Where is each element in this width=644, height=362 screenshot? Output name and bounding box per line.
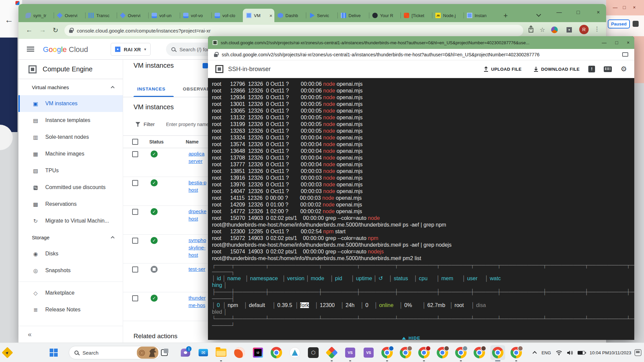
sidebar-item-marketplace[interactable]: ◇Marketplace: [18, 285, 123, 301]
taskbar-app-android-studio[interactable]: [287, 345, 303, 360]
taskbar-app-visual-studio[interactable]: VS: [342, 345, 358, 360]
maximize-icon[interactable]: □: [615, 40, 618, 45]
row-checkbox[interactable]: [132, 266, 138, 273]
paused-badge[interactable]: Paused: [608, 19, 630, 28]
minimize-icon[interactable]: —: [556, 9, 562, 15]
sidebar-item-committed-use-discounts[interactable]: %Committed use discounts: [18, 179, 123, 196]
sidebar-item-snapshots[interactable]: ◎Snapshots: [18, 262, 123, 279]
gear-icon[interactable]: ⚙: [621, 66, 627, 73]
taskbar-app-unity[interactable]: ⬡: [306, 345, 321, 360]
sidebar-item-migrate-to-virtual-machin[interactable]: ↻Migrate to Virtual Machin...: [18, 213, 123, 229]
mail-button[interactable]: ✉: [197, 343, 209, 362]
taskbar-app-chrome-profile-globe[interactable]: [379, 345, 395, 360]
wifi-icon[interactable]: [556, 350, 562, 355]
desktop-peek-icon[interactable]: [1, 343, 13, 362]
taskbar-search-input[interactable]: Search: [69, 346, 161, 359]
instance-link[interactable]: drpecke: [189, 208, 206, 214]
teams-chat-button[interactable]: 1: [179, 343, 192, 362]
sidebar-item-tpus[interactable]: ▧TPUs: [18, 162, 123, 179]
volume-icon[interactable]: [567, 350, 573, 355]
tab-instances[interactable]: INSTANCES: [137, 86, 165, 92]
new-tab-button[interactable]: +: [503, 11, 508, 20]
sidebar-item-disks[interactable]: ◉Disks: [18, 245, 123, 262]
browser-tab-delive[interactable]: Delive: [337, 9, 369, 22]
instance-link[interactable]: bestia-p: [189, 180, 206, 185]
close-icon[interactable]: ×: [597, 9, 600, 15]
close-icon[interactable]: ×: [633, 5, 636, 10]
browser-tab-instan[interactable]: Instan: [464, 9, 495, 22]
row-checkbox[interactable]: [132, 238, 138, 244]
chevron-up-icon[interactable]: [111, 236, 114, 240]
instance-link[interactable]: host: [189, 216, 206, 222]
taskbar-app-chrome-profile-1[interactable]: [398, 345, 413, 360]
browser-tab-vm[interactable]: VM×: [243, 9, 274, 22]
taskbar-app-visual-studio-2[interactable]: VS: [361, 345, 376, 360]
instance-link[interactable]: skyline-: [189, 245, 206, 250]
forward-icon[interactable]: →: [39, 26, 46, 34]
browser-tab-overvi[interactable]: Overvi: [117, 9, 148, 22]
chevron-up-icon[interactable]: [533, 351, 537, 355]
taskbar-app-file-explorer[interactable]: [213, 345, 229, 360]
search-highlight-dinosaur-image[interactable]: [137, 347, 158, 359]
clock[interactable]: 10:04 PM10/11/2023: [590, 350, 631, 356]
ssh-titlebar[interactable]: ssh.cloud.google.com/v2/ssh/projects/rai…: [208, 36, 634, 49]
collapse-nav-button[interactable]: «: [18, 326, 123, 343]
browser-tab-sym-tr[interactable]: sym_tr: [22, 9, 54, 22]
notification-center-icon[interactable]: [635, 349, 641, 356]
sidebar-item-instance-templates[interactable]: ▤Instance templates: [18, 112, 123, 129]
sidebar-item-sole-tenant-nodes[interactable]: ▥Sole-tenant nodes: [18, 129, 123, 145]
row-checkbox[interactable]: [132, 209, 138, 215]
extension-icon[interactable]: [633, 21, 639, 27]
browser-tab-vof-vo[interactable]: vof-vo: [180, 9, 211, 22]
browser-tab-vof-clo[interactable]: vof-clo: [211, 9, 243, 22]
instance-link[interactable]: sympho: [189, 237, 206, 243]
select-all-checkbox[interactable]: [132, 139, 138, 145]
taskbar-app-chrome-profile-6[interactable]: [508, 345, 524, 360]
address-bar[interactable]: console.cloud.google.com/compute/instanc…: [64, 25, 523, 36]
keyboard-icon[interactable]: [604, 66, 612, 72]
browser-tab-transc[interactable]: Transc: [85, 9, 117, 22]
minimize-icon[interactable]: —: [602, 40, 606, 45]
language-indicator[interactable]: ENG: [541, 350, 551, 355]
hide-button[interactable]: HIDE: [402, 336, 420, 341]
browser-tab-your-r[interactable]: Your R: [369, 9, 400, 22]
row-checkbox[interactable]: [132, 180, 138, 186]
filter-input[interactable]: Enter property name: [166, 122, 209, 127]
instance-link[interactable]: test-ser: [189, 266, 205, 272]
browser-tab-vof-un[interactable]: vof-un: [148, 9, 180, 22]
apps-grid-icon[interactable]: [567, 27, 572, 33]
nav-section-storage[interactable]: Storage: [18, 229, 123, 245]
maximize-icon[interactable]: □: [623, 5, 626, 10]
task-view-button[interactable]: [158, 343, 170, 362]
back-icon[interactable]: ←: [26, 26, 33, 34]
tab-close-icon[interactable]: ×: [269, 13, 272, 18]
title-action-icon-partial[interactable]: [203, 63, 208, 68]
row-checkbox[interactable]: [132, 295, 138, 301]
taskbar-app-chrome-profile-2[interactable]: [416, 345, 432, 360]
taskbar-app-chrome-profile-3[interactable]: [435, 345, 450, 360]
taskbar-app-diagram-app[interactable]: [324, 345, 339, 360]
hamburger-menu-icon[interactable]: [27, 47, 34, 52]
taskbar-app-chrome[interactable]: [269, 345, 284, 360]
bookmark-star-icon[interactable]: ☆: [540, 26, 545, 34]
terminal[interactable]: root 12796 12326 0 Oct11 ? 00:00:06 node…: [208, 78, 634, 340]
row-checkbox[interactable]: [132, 151, 138, 157]
sidebar-item-release-notes[interactable]: ≣Release Notes: [18, 301, 123, 318]
instance-link[interactable]: host: [189, 187, 206, 193]
chevron-up-icon[interactable]: [111, 86, 114, 89]
filter-label[interactable]: Filter: [144, 121, 155, 127]
download-file-button[interactable]: DOWNLOAD FILE: [534, 66, 580, 72]
browser-tab-dashb[interactable]: Dashb: [274, 9, 306, 22]
share-icon[interactable]: [528, 25, 534, 33]
reload-icon[interactable]: ↻: [53, 26, 58, 34]
ssh-address-bar[interactable]: ssh.cloud.google.com/v2/ssh/projects/rai…: [208, 49, 634, 60]
instance-link[interactable]: me-hos: [189, 302, 206, 308]
instance-link[interactable]: applica: [189, 151, 205, 157]
project-selector[interactable]: RAI XR ▾: [111, 43, 151, 56]
start-button[interactable]: [48, 343, 60, 362]
taskbar-app-chrome-profile-5[interactable]: [472, 345, 487, 360]
battery-icon[interactable]: [578, 351, 585, 355]
sidebar-item-vm-instances[interactable]: ▣VM instances: [18, 95, 123, 112]
upload-file-button[interactable]: UPLOAD FILE: [484, 66, 522, 72]
close-icon[interactable]: ×: [627, 40, 630, 45]
